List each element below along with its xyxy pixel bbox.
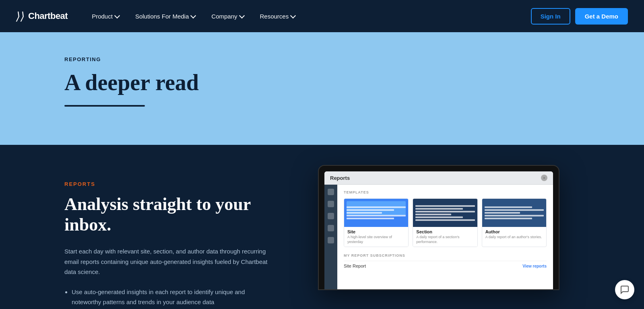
get-demo-button[interactable]: Get a Demo: [575, 8, 628, 25]
hero-underline: [64, 105, 145, 107]
nav-label-product: Product: [92, 13, 113, 20]
nav-items: Product Solutions For Media Company Reso…: [84, 0, 530, 32]
template-name-site: Site: [347, 229, 405, 234]
thumb-line: [485, 218, 532, 219]
nav-item-resources[interactable]: Resources: [252, 0, 303, 32]
template-card-site[interactable]: Site A high-level site overview of yeste…: [344, 198, 409, 247]
device-mockup-container: Reports × TEMPLATES: [298, 165, 580, 290]
thumb-line: [347, 215, 406, 216]
template-thumb-author: [482, 199, 546, 227]
template-desc-author: A daily report of an author's stories.: [485, 235, 543, 240]
nav-label-solutions: Solutions For Media: [135, 13, 189, 20]
section-description: Start each day with relevant site, secti…: [64, 246, 274, 277]
bullet-item-1: Use auto-generated insights in each repo…: [72, 287, 274, 307]
template-thumb-site: [344, 199, 408, 227]
thumb-line: [415, 216, 463, 218]
template-info-section: Section A daily report of a section's pe…: [413, 227, 477, 247]
nav-label-resources: Resources: [260, 13, 289, 20]
chevron-down-icon: [290, 12, 296, 18]
template-card-section[interactable]: Section A daily report of a section's pe…: [413, 198, 477, 247]
thumb-line: [485, 212, 520, 214]
logo-link[interactable]: ⟩⟩ Chartbeat: [16, 10, 68, 23]
template-desc-section: A daily report of a section's performanc…: [416, 235, 474, 244]
screen-main-content: TEMPLATES: [337, 185, 553, 289]
thumb-line: [415, 208, 463, 210]
screen-sidebar: [324, 185, 337, 289]
thumb-line: [415, 219, 475, 221]
logo-text: Chartbeat: [28, 11, 68, 21]
device-screen: Reports × TEMPLATES: [324, 171, 553, 289]
thumb-line: [415, 211, 475, 212]
section-tag: REPORTS: [64, 181, 274, 187]
device-frame: Reports × TEMPLATES: [318, 165, 559, 290]
sidebar-icon-1: [328, 189, 334, 195]
template-thumb-section: [413, 199, 477, 227]
template-info-author: Author A daily report of an author's sto…: [482, 227, 546, 242]
thumb-lines: [344, 199, 408, 227]
chevron-down-icon: [114, 12, 120, 18]
sidebar-icon-2: [328, 201, 334, 207]
thumb-line: [485, 209, 544, 211]
chevron-down-icon: [239, 12, 244, 18]
section-title: Analysis straight to your inbox.: [64, 194, 274, 235]
signin-button[interactable]: Sign In: [531, 8, 570, 25]
screen-titlebar: Reports ×: [324, 171, 553, 185]
templates-label: TEMPLATES: [344, 190, 547, 194]
thumb-line: [485, 206, 532, 208]
sidebar-icon-5: [328, 237, 334, 243]
template-card-author[interactable]: Author A daily report of an author's sto…: [482, 198, 547, 247]
template-desc-site: A high-level site overview of yesterday: [347, 235, 405, 244]
navigation: ⟩⟩ Chartbeat Product Solutions For Media…: [0, 0, 644, 32]
thumb-line: [347, 212, 382, 214]
nav-item-product[interactable]: Product: [84, 0, 127, 32]
hero-label: REPORTING: [64, 56, 596, 62]
nav-item-company[interactable]: Company: [203, 0, 252, 32]
template-info-site: Site A high-level site overview of yeste…: [344, 227, 408, 247]
template-name-author: Author: [485, 229, 543, 234]
subscription-row: Site Report View reports: [344, 261, 547, 271]
thumb-line: [347, 218, 394, 219]
thumb-lines: [413, 199, 477, 227]
chevron-down-icon: [190, 12, 196, 18]
thumb-line: [415, 214, 451, 215]
thumb-line: [415, 205, 475, 207]
hero-section: REPORTING A deeper read: [0, 32, 644, 145]
thumb-line: [347, 206, 406, 208]
hero-title: A deeper read: [64, 70, 596, 95]
nav-label-company: Company: [211, 13, 237, 20]
screen-close-button[interactable]: ×: [541, 175, 547, 181]
sidebar-icon-3: [328, 213, 334, 219]
logo-icon: ⟩⟩: [15, 10, 26, 23]
template-name-section: Section: [416, 229, 474, 234]
thumb-lines: [482, 199, 546, 227]
reports-left-content: REPORTS Analysis straight to your inbox.…: [64, 177, 274, 309]
nav-actions: Sign In Get a Demo: [531, 8, 628, 25]
chat-widget[interactable]: [615, 280, 634, 299]
section-bullets: Use auto-generated insights in each repo…: [64, 287, 274, 307]
thumb-line: [347, 209, 394, 211]
subscriptions-label: MY REPORT SUBSCRIPTIONS: [344, 253, 547, 258]
nav-item-solutions[interactable]: Solutions For Media: [127, 0, 203, 32]
screen-body: TEMPLATES: [324, 185, 553, 289]
chat-icon: [620, 285, 630, 295]
reports-section: REPORTS Analysis straight to your inbox.…: [0, 145, 644, 309]
subscription-name: Site Report: [344, 264, 366, 268]
templates-grid: Site A high-level site overview of yeste…: [344, 198, 547, 247]
sidebar-icon-4: [328, 225, 334, 231]
view-reports-link[interactable]: View reports: [522, 264, 547, 268]
thumb-line: [485, 215, 544, 216]
screen-title: Reports: [330, 175, 350, 181]
